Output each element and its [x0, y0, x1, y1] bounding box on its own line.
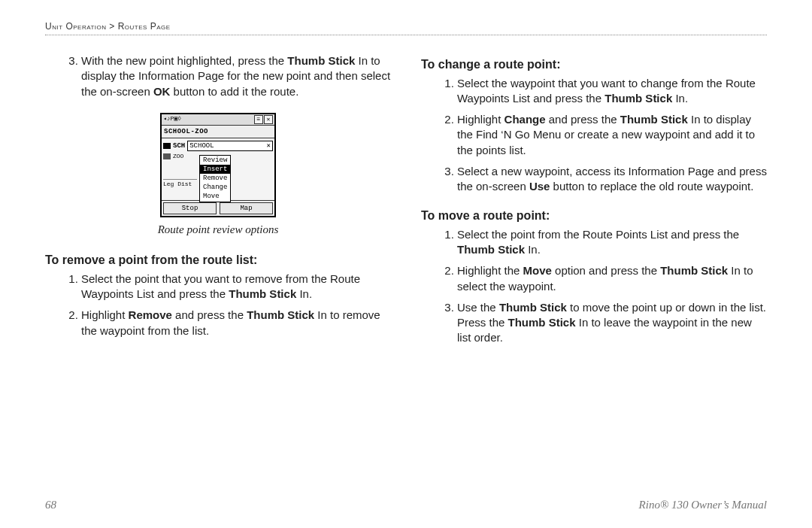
remove-steps: Select the point that you want to remove… [45, 272, 391, 338]
close-icon: ✕ [264, 115, 273, 124]
flag-icon [163, 153, 171, 159]
status-icons: ◂♪P▣◊ [163, 115, 181, 124]
window-controls: ≡✕ [253, 115, 273, 124]
map-button: Map [220, 202, 273, 214]
school-box: SCHOOL ✕ [187, 141, 273, 151]
breadcrumb: Unit Operation > Routes Page [45, 21, 767, 35]
content-columns: With the new point highlighted, press th… [45, 50, 767, 360]
menu-icon: ≡ [254, 115, 263, 124]
context-menu: Review Insert Remove Change Move [199, 155, 231, 202]
device-buttons: Stop Map [162, 200, 274, 216]
menu-item-insert: Insert [200, 165, 230, 174]
figure-caption: Route point review options [45, 222, 391, 237]
move-step-2: Highlight the Move option and press the … [457, 263, 767, 294]
menu-item-move: Move [200, 192, 230, 201]
continued-steps: With the new point highlighted, press th… [45, 53, 391, 99]
device-screen: ◂♪P▣◊ ≡✕ SCHOOL-ZOO SCH SCHOOL ✕ [160, 113, 276, 217]
step-3: With the new point highlighted, press th… [81, 53, 391, 99]
doc-title: Rino® 130 Owner’s Manual [639, 499, 767, 511]
heading-change: To change a route point: [421, 56, 767, 73]
leg-dist-label: Leg Dist [163, 179, 197, 189]
move-steps: Select the point from the Route Points L… [421, 227, 767, 346]
page-number: 68 [45, 499, 56, 511]
change-steps: Select the waypoint that you want to cha… [421, 76, 767, 195]
move-step-1: Select the point from the Route Points L… [457, 227, 767, 258]
manual-page: { "breadcrumb": "Unit Operation > Routes… [0, 0, 812, 528]
remove-step-1: Select the point that you want to remove… [81, 272, 391, 302]
heading-move: To move a route point: [421, 208, 767, 224]
device-screenshot: ◂♪P▣◊ ≡✕ SCHOOL-ZOO SCH SCHOOL ✕ [45, 113, 391, 217]
menu-item-review: Review [200, 156, 230, 165]
row-school: SCH SCHOOL ✕ [163, 140, 273, 152]
flag-icon [163, 143, 171, 149]
move-step-3: Use the Thumb Stick to move the point up… [457, 300, 767, 346]
menu-item-remove: Remove [200, 174, 230, 183]
change-step-1: Select the waypoint that you want to cha… [457, 76, 767, 107]
device-title: SCHOOL-ZOO [162, 126, 274, 138]
left-column: With the new point highlighted, press th… [45, 50, 391, 360]
close-icon: ✕ [267, 141, 271, 150]
device-body: SCH SCHOOL ✕ ZOO Review Inser [162, 138, 274, 200]
page-footer: 68 Rino® 130 Owner’s Manual [45, 499, 767, 511]
device-statusbar: ◂♪P▣◊ ≡✕ [162, 114, 274, 126]
menu-item-change: Change [200, 183, 230, 192]
remove-step-2: Highlight Remove and press the Thumb Sti… [81, 308, 391, 338]
change-step-3: Select a new waypoint, access its Inform… [457, 164, 767, 195]
change-step-2: Highlight Change and press the Thumb Sti… [457, 112, 767, 158]
right-column: To change a route point: Select the wayp… [421, 50, 767, 360]
heading-remove: To remove a point from the route list: [45, 252, 391, 269]
stop-button: Stop [163, 202, 217, 214]
